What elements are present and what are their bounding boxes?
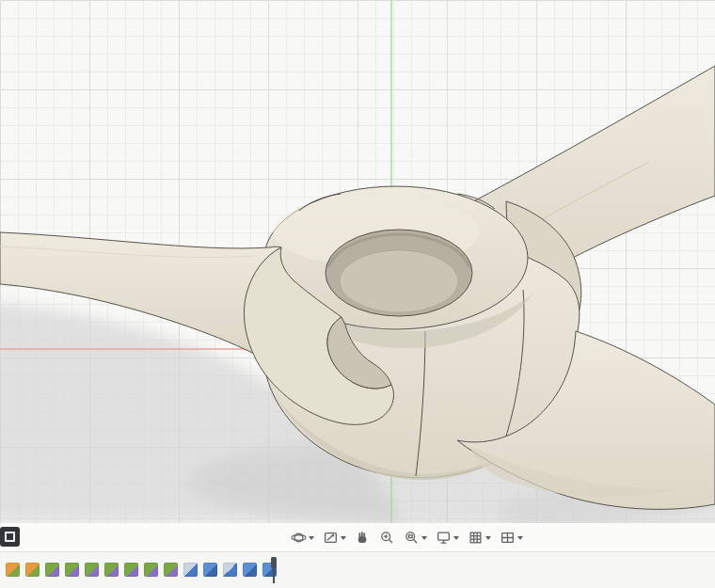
timeline-feature-body-icon[interactable]: [183, 563, 198, 577]
navigation-strip: [0, 523, 715, 551]
pan-button[interactable]: [354, 528, 372, 548]
chevron-down-icon: [309, 536, 314, 540]
chevron-down-icon: [421, 536, 427, 540]
timeline-features: [6, 563, 277, 577]
timeline-feature-plane-icon[interactable]: [6, 563, 20, 577]
viewports-icon: [500, 530, 516, 546]
timeline-feature-extrude-icon[interactable]: [243, 563, 257, 577]
fit-button[interactable]: [403, 528, 428, 548]
timeline-bar: [0, 551, 715, 588]
chevron-down-icon: [453, 536, 459, 540]
timeline-feature-sketch-icon[interactable]: [45, 563, 59, 577]
display-settings-icon: [436, 530, 452, 546]
zoom-button[interactable]: [378, 528, 396, 548]
3d-viewport[interactable]: [0, 0, 715, 523]
viewports-button[interactable]: [499, 528, 524, 548]
timeline-feature-sketch-icon[interactable]: [65, 563, 79, 577]
chevron-down-icon: [485, 536, 491, 540]
timeline-playhead[interactable]: [271, 557, 280, 585]
fit-icon: [404, 530, 420, 546]
timeline-feature-sketch-icon[interactable]: [164, 563, 178, 577]
cad-app-window: [0, 0, 715, 588]
timeline-feature-sketch-icon[interactable]: [124, 563, 138, 577]
playhead-line: [273, 568, 275, 583]
timeline-feature-extrude-icon[interactable]: [203, 563, 217, 577]
grid-icon: [468, 530, 484, 546]
chevron-down-icon: [341, 536, 346, 540]
grid-and-snaps-button[interactable]: [467, 528, 492, 548]
timeline-feature-sketch-icon[interactable]: [85, 563, 99, 577]
corner-badge[interactable]: [0, 527, 20, 547]
orbit-icon: [291, 530, 307, 546]
zoom-icon: [379, 530, 395, 546]
display-settings-button[interactable]: [435, 528, 460, 548]
propeller-model-canvas: [0, 0, 715, 523]
look-at-icon: [323, 530, 339, 546]
timeline-feature-plane-icon[interactable]: [25, 563, 40, 577]
timeline-feature-sketch-icon[interactable]: [144, 563, 158, 577]
cube-badge-icon: [5, 532, 15, 542]
view-navigation-toolbar: [290, 526, 524, 548]
orbit-button[interactable]: [290, 528, 315, 548]
chevron-down-icon: [517, 536, 523, 540]
playhead-handle-icon: [271, 557, 277, 568]
look-at-button[interactable]: [322, 528, 347, 548]
timeline-feature-sketch-icon[interactable]: [104, 563, 119, 577]
timeline-feature-body-icon[interactable]: [223, 563, 237, 577]
pan-hand-icon: [355, 530, 371, 546]
